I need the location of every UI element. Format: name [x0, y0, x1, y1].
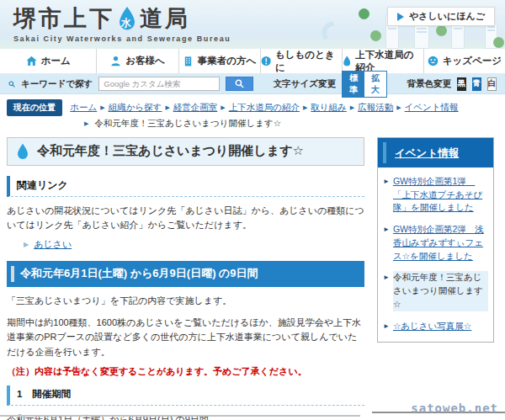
breadcrumb-link-org[interactable]: 組織から探す	[109, 102, 162, 112]
nav-item-customers[interactable]: お客様へ	[96, 49, 178, 73]
water-drop-icon	[16, 143, 29, 160]
play-arrow-icon	[397, 13, 404, 21]
bg-color-label: 背景色変更	[407, 78, 451, 90]
breadcrumb-separator-icon: ▶	[84, 120, 88, 126]
event-info-heading-link[interactable]: イベント情報	[395, 147, 459, 159]
sidebar: イベント情報 ► GW特別企画第1弾 「上下水道プチあそび隊」を開催しました ►…	[377, 137, 494, 343]
breadcrumb-link-events[interactable]: イベント情報	[405, 102, 459, 112]
font-size-label: 文字サイズ変更	[274, 78, 336, 90]
water-drop-icon	[343, 56, 351, 66]
content-bottom-border	[0, 415, 360, 417]
nav-item-emergency[interactable]: もしものときに	[260, 49, 342, 73]
person-icon	[110, 56, 121, 66]
event-info-header: イベント情報	[378, 138, 493, 167]
event-info-list: ► GW特別企画第1弾 「上下水道プチあそび隊」を開催しました ► GW特別企画…	[378, 167, 493, 343]
sidebar-link-gw1[interactable]: GW特別企画第1弾 「上下水道プチあそび隊」を開催しました	[393, 175, 488, 215]
breadcrumb-current-page: 令和元年度！三宝あじさいまつり開催します☆	[94, 118, 281, 128]
nav-item-home[interactable]: ホーム	[0, 49, 96, 73]
list-item: ► ☆あじさい写真展☆	[383, 320, 488, 333]
list-arrow-icon: ►	[383, 177, 390, 187]
main-nav: ホーム お客様へ 事業者の方へ もしものときに 上下水道局の紹介 キッズページ	[0, 49, 505, 74]
breadcrumb-link-about[interactable]: 上下水道局の紹介	[229, 102, 300, 112]
list-arrow-icon: ►	[383, 322, 390, 332]
site-title-part2: 道局	[140, 8, 190, 30]
related-links-heading: 関連リンク	[7, 176, 364, 197]
sidebar-link-gw2[interactable]: GW特別企画第2弾 浅香山みずみずすぃフェス☆を開催しました	[393, 223, 488, 263]
page-title-box: 令和元年度！三宝あじさいまつり開催します☆	[7, 137, 364, 166]
details-paragraph: 期間中は約100種類、1600株のあじさいをご覧いただけるほか、施設見学会や上下…	[7, 316, 364, 360]
easy-japanese-button[interactable]: やさしいにほんご	[387, 7, 495, 26]
sidebar-current-page: 令和元年度！三宝あじさいまつり開催します☆	[393, 271, 488, 311]
font-size-group: 標準 拡大	[342, 71, 387, 98]
content-area: 令和元年度！三宝あじさいまつり開催します☆ 関連リンク あじさいの開花状況につい…	[0, 134, 505, 420]
search-button-icon	[235, 79, 244, 88]
section1-heading: 1 開催期間	[7, 385, 364, 406]
breadcrumb: 現在の位置ホーム▶組織から探す▶経営企画室▶上下水道局の紹介▶取り組み▶広報活動…	[0, 94, 505, 134]
font-size-large-button[interactable]: 拡大	[364, 72, 386, 97]
notice-text: （注）内容は予告なく変更することがあります。予めご了承ください。	[7, 365, 364, 378]
breadcrumb-link-pr[interactable]: 広報活動	[358, 102, 393, 112]
event-info-box: イベント情報 ► GW特別企画第1弾 「上下水道プチあそび隊」を開催しました ►…	[377, 137, 494, 343]
home-icon	[26, 56, 37, 66]
breadcrumb-link-planning[interactable]: 経営企画室	[173, 102, 218, 112]
svg-text:水: 水	[120, 17, 134, 29]
breadcrumb-link-home[interactable]: ホーム	[70, 102, 97, 112]
list-arrow-icon: ►	[383, 273, 390, 283]
search-button[interactable]	[226, 77, 253, 91]
alert-icon	[261, 56, 271, 66]
easy-japanese-label: やさしいにほんご	[409, 10, 485, 23]
search-label: キーワードで探す	[21, 78, 93, 90]
water-drop-logo-icon: 水	[115, 6, 139, 31]
search-icon	[8, 79, 15, 89]
intro-paragraph: 「三宝あじさいまつり」を下記の内容で実施します。	[7, 294, 364, 309]
list-arrow-icon: ►	[383, 225, 390, 235]
building-icon	[183, 56, 194, 66]
main-column: 令和元年度！三宝あじさいまつり開催します☆ 関連リンク あじさいの開花状況につい…	[7, 137, 364, 420]
bg-blue-button[interactable]: 青	[472, 77, 481, 91]
watermark: satoweb.net	[411, 401, 498, 415]
list-item: ► GW特別企画第1弾 「上下水道プチあそび隊」を開催しました	[383, 175, 488, 215]
site-title-part1: 堺市上下	[13, 8, 114, 30]
bg-black-button[interactable]: 黒	[457, 77, 466, 91]
breadcrumb-link-efforts[interactable]: 取り組み	[311, 102, 347, 112]
related-links-text: あじさいの開花状況についてはリンク先「あじさい日誌」から、あじさいの種類について…	[7, 204, 364, 233]
breadcrumb-separator-icon: ▶	[100, 104, 104, 110]
search-toolbar: キーワードで探す 文字サイズ変更 標準 拡大 背景色変更 黒 青 白	[0, 74, 505, 94]
related-link-row: ▶ あじさい	[24, 238, 364, 251]
site-title: 堺市上下 水 道局	[13, 6, 231, 31]
list-item: ► 令和元年度！三宝あじさいまつり開催します☆	[383, 271, 488, 311]
ajisai-link[interactable]: あじさい	[34, 238, 72, 251]
smiley-icon	[428, 56, 439, 66]
bg-white-button[interactable]: 白	[487, 77, 497, 91]
event-date-heading: 令和元年6月1日(土曜) から6月9日(日曜) の9日間	[7, 261, 364, 287]
sidebar-link-photo-exhibition[interactable]: ☆あじさい写真展☆	[393, 320, 471, 333]
font-size-standard-button[interactable]: 標準	[343, 72, 364, 97]
link-arrow-icon: ▶	[24, 241, 29, 248]
nav-item-business[interactable]: 事業者の方へ	[178, 49, 260, 73]
list-item: ► GW特別企画第2弾 浅香山みずみずすぃフェス☆を開催しました	[383, 223, 488, 263]
page-title: 令和元年度！三宝あじさいまつり開催します☆	[37, 143, 304, 159]
nav-item-kids[interactable]: キッズページ	[423, 49, 505, 73]
site-logo[interactable]: 堺市上下 水 道局 Sakai City Waterworks and Sewe…	[13, 6, 231, 43]
site-subtitle: Sakai City Waterworks and Sewerage Burea…	[13, 35, 231, 43]
search-input[interactable]	[98, 77, 220, 91]
site-header: 堺市上下 水 道局 Sakai City Waterworks and Sewe…	[0, 0, 505, 49]
current-position-badge: 現在の位置	[7, 99, 62, 116]
river-graphic	[316, 13, 383, 49]
